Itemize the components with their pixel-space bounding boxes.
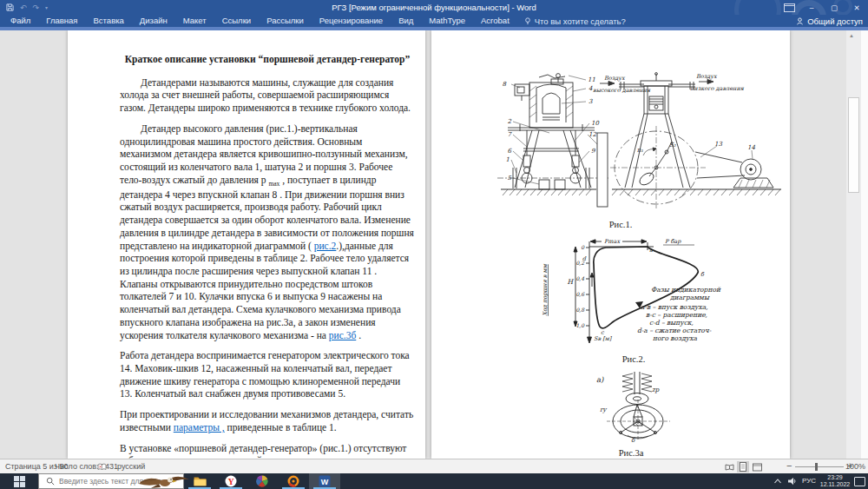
word-count[interactable]: Число слов: 5431: [55, 459, 118, 473]
document-area: Краткое описание установки “поршневой де…: [0, 30, 868, 459]
quick-access-toolbar: ↶ ↷ ▾: [6, 0, 48, 15]
ribbon-tab-row: ФайлГлавнаяВставкаДизайнМакетСсылкиРассы…: [0, 15, 868, 27]
ribbon-tab-4[interactable]: Макет: [175, 15, 214, 27]
legend-line: диаграммы: [670, 294, 710, 301]
window-controls: – ▢ ✕: [784, 0, 868, 15]
taskbar-orange-app-button[interactable]: [278, 473, 309, 489]
view-web-layout-icon[interactable]: [751, 461, 763, 472]
doc-text-run: , поступает в цилиндр детандера 4 через …: [120, 175, 414, 251]
figure-3a-drawing: а) zр rу δ: [588, 372, 700, 446]
ribbon-tab-7[interactable]: Рецензирование: [312, 15, 391, 27]
legend-line: ного воздуха: [653, 334, 697, 342]
view-print-layout-icon[interactable]: [737, 461, 749, 472]
part-label: 6: [508, 148, 512, 155]
close-button[interactable]: ✕: [845, 0, 868, 15]
y-axis-label: Ход поршня в мм: [542, 263, 549, 315]
undo-icon[interactable]: ↶: [20, 3, 27, 12]
tellme-label: Что вы хотите сделать?: [535, 17, 626, 26]
figure-1: 8 11 4 3 2 7 6 1 5 10 12 9 13 14: [482, 72, 786, 237]
svg-text:W: W: [321, 478, 329, 486]
figure-2-drawing: 0 0,2 0,4 0,6 0,8 1,0 Pmax Р бар a б с d: [538, 236, 790, 345]
legend-line: а-в – впуск воздуха,: [641, 303, 708, 311]
vertical-scrollbar[interactable]: ▲: [846, 30, 861, 459]
qat-dropdown-icon[interactable]: ▾: [45, 4, 48, 10]
document-text: Краткое описание установки “поршневой де…: [120, 53, 415, 459]
ribbon-tab-10[interactable]: Acrobat: [473, 15, 517, 27]
tick-label: 0,8: [575, 307, 585, 313]
language-status[interactable]: русский: [117, 459, 145, 473]
ribbon-tab-8[interactable]: Вид: [391, 15, 421, 27]
taskbar-ball-app-button[interactable]: [247, 473, 278, 489]
view-read-mode-icon[interactable]: [723, 461, 735, 472]
language-indicator[interactable]: РУС: [802, 477, 816, 489]
clock[interactable]: 23:29 12.11.2022: [818, 474, 852, 488]
windows-start-button[interactable]: [0, 473, 38, 489]
scrollbar-thumb[interactable]: [848, 97, 859, 193]
stroke-label: S₂: [669, 142, 676, 149]
part-label: 9: [591, 148, 595, 155]
zoom-slider[interactable]: [795, 466, 844, 467]
part-label: 1: [506, 156, 510, 163]
share-button[interactable]: Общий доступ: [796, 15, 863, 27]
air-high-label: Воздух: [604, 75, 626, 82]
page-right[interactable]: 8 11 4 3 2 7 6 1 5 10 12 9 13 14: [431, 30, 790, 459]
ribbon-tab-5[interactable]: Ссылки: [214, 15, 259, 27]
tray-chevron-icon[interactable]: [773, 478, 782, 489]
windows-logo-icon: [14, 476, 25, 487]
part-label: 10: [591, 120, 599, 127]
air-low-label: низкого давления: [690, 85, 745, 92]
subscript: max: [268, 180, 279, 188]
point-label: б: [700, 271, 705, 278]
zoom-level[interactable]: 100%: [845, 459, 865, 473]
page-left[interactable]: Краткое описание установки “поршневой де…: [68, 30, 425, 459]
redo-icon[interactable]: ↷: [33, 3, 40, 12]
point-label: a: [649, 247, 653, 254]
yandex-browser-icon: Y: [225, 475, 237, 487]
crank-speed-label: n₁: [637, 147, 644, 154]
part-label: 11: [588, 76, 595, 83]
part-label: 14: [747, 144, 755, 151]
doc-text-run: приведенные в таблице 1.: [225, 422, 337, 433]
part-label: 7: [508, 131, 513, 138]
taskbar-yandex-button[interactable]: Y: [215, 473, 247, 489]
zoom-out-button[interactable]: −: [786, 459, 792, 472]
ball-game-icon: [256, 475, 268, 487]
minimize-button[interactable]: –: [800, 0, 823, 15]
legend-line: в-с – расширение,: [646, 311, 707, 319]
paragraph: При проектировании и исследовании механи…: [120, 408, 415, 433]
notification-center-icon[interactable]: [854, 477, 865, 486]
tellme-box[interactable]: Что вы хотите сделать?: [517, 17, 633, 26]
ribbon-display-options-icon[interactable]: [784, 3, 795, 12]
zoom-slider-thumb[interactable]: [815, 463, 818, 471]
ribbon-tab-9[interactable]: MathType: [421, 15, 473, 27]
maximize-button[interactable]: ▢: [823, 0, 845, 15]
ribbon-tab-2[interactable]: Вставка: [86, 15, 132, 27]
clock-date: 12.11.2022: [818, 481, 852, 488]
roller-label: zр: [652, 387, 660, 393]
figure-1-drawing: 8 11 4 3 2 7 6 1 5 10 12 9 13 14: [482, 72, 786, 211]
save-icon[interactable]: [6, 3, 14, 11]
taskbar-word-button[interactable]: W: [309, 473, 340, 489]
doc-link[interactable]: рис.2: [314, 241, 337, 251]
ribbon-tab-6[interactable]: Рассылки: [259, 15, 312, 27]
ribbon-tab-0[interactable]: Файл: [3, 15, 38, 27]
window-title: РГЗ [Режим ограниченной функциональности…: [217, 0, 651, 15]
scroll-up-icon[interactable]: ▲: [849, 33, 854, 38]
legend-line: d-а – сжатие остаточ-: [637, 327, 712, 334]
speaker-icon[interactable]: [786, 476, 798, 489]
doc-text-run: Детандерами называются машины, служащие …: [120, 77, 411, 113]
legend-line: Фазы индикаторной: [651, 286, 721, 294]
document-paragraphs: Детандерами называются машины, служащие …: [120, 76, 415, 459]
doc-text-run: В установке «поршневой детандер-генерато…: [120, 443, 414, 459]
orange-app-icon: [287, 475, 299, 487]
part-label: 3: [589, 98, 593, 105]
part-label: 8: [503, 81, 507, 88]
doc-link[interactable]: параметры ,: [174, 422, 225, 433]
file-explorer-icon: [194, 476, 207, 486]
ribbon-tab-1[interactable]: Главная: [38, 15, 85, 27]
h-label: H: [567, 278, 574, 286]
ribbon-tab-3[interactable]: Дизайн: [132, 15, 175, 27]
doc-link[interactable]: рис.3б: [329, 330, 357, 340]
part-label: 12: [589, 131, 596, 138]
radius-label: rу: [600, 406, 607, 413]
